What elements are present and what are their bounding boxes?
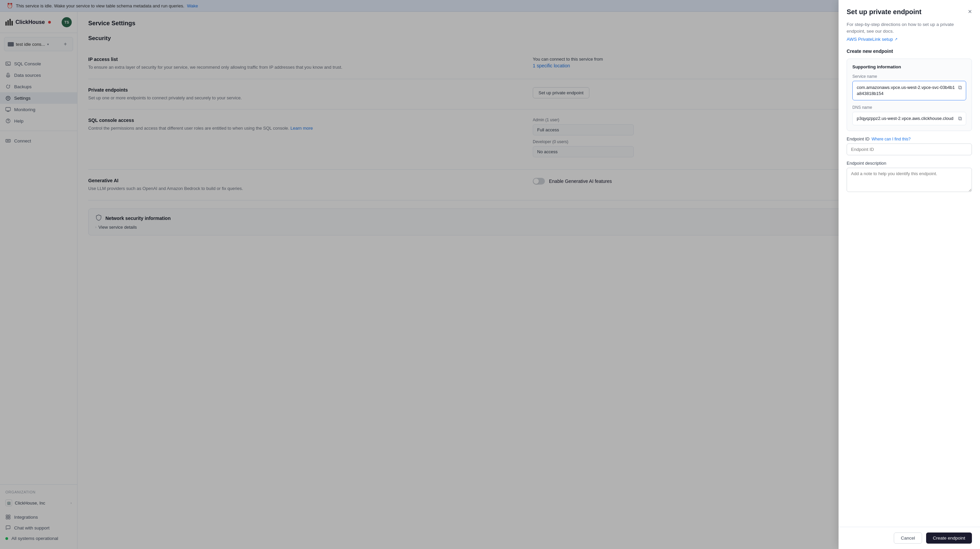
endpoint-id-input[interactable] xyxy=(846,143,972,155)
where-find-link[interactable]: Where can I find this? xyxy=(872,137,911,142)
dns-name-text: p3qyqzppz2.us-west-2.vpce.aws.clickhouse… xyxy=(857,116,953,122)
dns-name-field: DNS name p3qyqzppz2.us-west-2.vpce.aws.c… xyxy=(853,105,966,125)
service-name-value-box: com.amazonaws.vpce.us-west-2.vpce-svc-03… xyxy=(853,81,966,100)
aws-privatelink-link[interactable]: AWS PrivateLink setup ↗ xyxy=(846,37,897,42)
close-panel-button[interactable]: × xyxy=(968,8,972,15)
supporting-info-title: Supporting information xyxy=(853,64,966,69)
service-name-label: Service name xyxy=(853,74,966,79)
panel-body: For step-by-step directions on how to se… xyxy=(838,16,980,527)
panel-title: Set up private endpoint xyxy=(846,8,921,16)
dns-name-value-box: p3qyqzppz2.us-west-2.vpce.aws.clickhouse… xyxy=(853,112,966,125)
endpoint-desc-label: Endpoint description xyxy=(846,161,972,166)
panel-footer: Cancel Create endpoint xyxy=(838,527,980,549)
supporting-info-box: Supporting information Service name com.… xyxy=(846,59,972,131)
endpoint-id-label: Endpoint ID Where can I find this? xyxy=(846,137,972,142)
copy-service-name-button[interactable]: ⧉ xyxy=(958,84,962,91)
create-endpoint-button[interactable]: Create endpoint xyxy=(926,533,972,544)
dns-name-label: DNS name xyxy=(853,105,966,110)
create-endpoint-title: Create new endpoint xyxy=(846,48,972,54)
panel-header: Set up private endpoint × xyxy=(838,0,980,16)
modal-overlay[interactable] xyxy=(0,0,980,549)
endpoint-desc-textarea[interactable] xyxy=(846,168,972,192)
external-link-icon: ↗ xyxy=(894,37,897,41)
endpoint-id-group: Endpoint ID Where can I find this? xyxy=(846,137,972,155)
service-name-field: Service name com.amazonaws.vpce.us-west-… xyxy=(853,74,966,100)
panel-desc: For step-by-step directions on how to se… xyxy=(846,21,972,35)
endpoint-desc-group: Endpoint description xyxy=(846,161,972,193)
service-name-text: com.amazonaws.vpce.us-west-2.vpce-svc-03… xyxy=(857,84,955,97)
side-panel: Set up private endpoint × For step-by-st… xyxy=(838,0,980,549)
cancel-button[interactable]: Cancel xyxy=(894,533,922,544)
copy-dns-name-button[interactable]: ⧉ xyxy=(958,116,962,122)
aws-link-text: AWS PrivateLink setup xyxy=(846,37,893,42)
